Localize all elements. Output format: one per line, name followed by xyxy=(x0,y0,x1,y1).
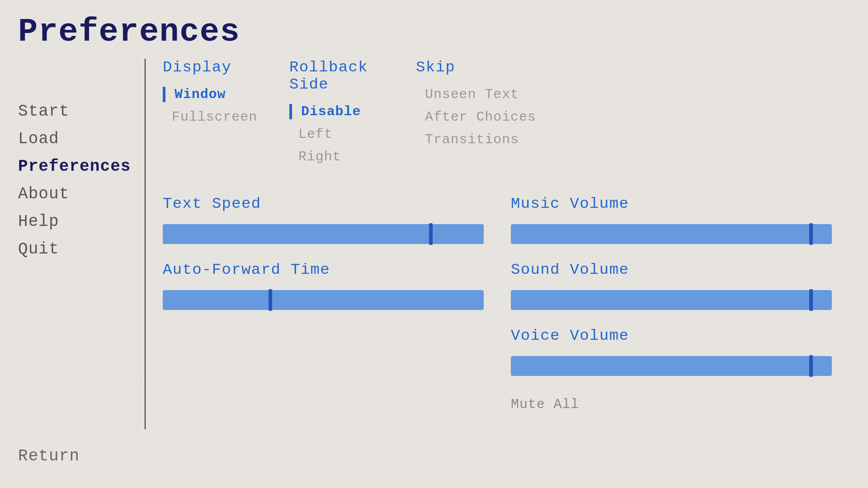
sidebar-item-load[interactable]: Load xyxy=(18,127,145,151)
sidebar-item-quit[interactable]: Quit xyxy=(18,237,145,261)
sliders-section: Text Speed Auto-Forward Time Music Volum… xyxy=(163,195,832,412)
rollback-disable[interactable]: Disable xyxy=(289,100,416,123)
rollback-right[interactable]: Right xyxy=(289,145,416,168)
return-button[interactable]: Return xyxy=(18,447,80,465)
rollback-left[interactable]: Left xyxy=(289,123,416,145)
skip-after-choices[interactable]: After Choices xyxy=(416,106,542,128)
options-section: Display Window Fullscreen Rollback Side … xyxy=(163,59,832,168)
skip-transitions[interactable]: Transitions xyxy=(416,128,542,151)
music-volume-slider[interactable] xyxy=(511,224,832,244)
main-content: Display Window Fullscreen Rollback Side … xyxy=(163,59,832,461)
skip-group: Skip Unseen Text After Choices Transitio… xyxy=(416,59,542,168)
divider xyxy=(145,59,146,429)
auto-forward-slider[interactable] xyxy=(163,290,484,310)
sidebar-item-start[interactable]: Start xyxy=(18,99,145,123)
page-title: Preferences xyxy=(18,14,240,51)
display-group: Display Window Fullscreen xyxy=(163,59,289,168)
voice-volume-slider[interactable] xyxy=(511,356,832,376)
voice-volume-thumb[interactable] xyxy=(809,355,813,377)
auto-forward-thumb[interactable] xyxy=(269,289,272,311)
text-speed-label: Text Speed xyxy=(163,195,484,212)
sound-volume-thumb[interactable] xyxy=(809,289,813,311)
text-speed-slider[interactable] xyxy=(163,224,484,244)
mute-all-button[interactable]: Mute All xyxy=(511,397,832,412)
right-sliders: Music Volume Sound Volume Voice Volume M… xyxy=(511,195,832,412)
left-sliders: Text Speed Auto-Forward Time xyxy=(163,195,484,412)
skip-unseen[interactable]: Unseen Text xyxy=(416,83,542,106)
sound-volume-slider[interactable] xyxy=(511,290,832,310)
voice-volume-label: Voice Volume xyxy=(511,327,832,344)
auto-forward-label: Auto-Forward Time xyxy=(163,261,484,278)
music-volume-thumb[interactable] xyxy=(809,223,813,245)
skip-title: Skip xyxy=(416,59,542,76)
rollback-title: Rollback Side xyxy=(289,59,416,93)
text-speed-thumb[interactable] xyxy=(429,223,433,245)
display-window[interactable]: Window xyxy=(163,83,289,106)
sidebar-item-preferences[interactable]: Preferences xyxy=(18,155,145,178)
sidebar: StartLoadPreferencesAboutHelpQuit xyxy=(18,99,145,261)
sidebar-item-help[interactable]: Help xyxy=(18,210,145,234)
music-volume-label: Music Volume xyxy=(511,195,832,212)
sound-volume-label: Sound Volume xyxy=(511,261,832,278)
sidebar-item-about[interactable]: About xyxy=(18,182,145,206)
rollback-group: Rollback Side Disable Left Right xyxy=(289,59,416,168)
display-title: Display xyxy=(163,59,289,76)
display-fullscreen[interactable]: Fullscreen xyxy=(163,106,289,128)
